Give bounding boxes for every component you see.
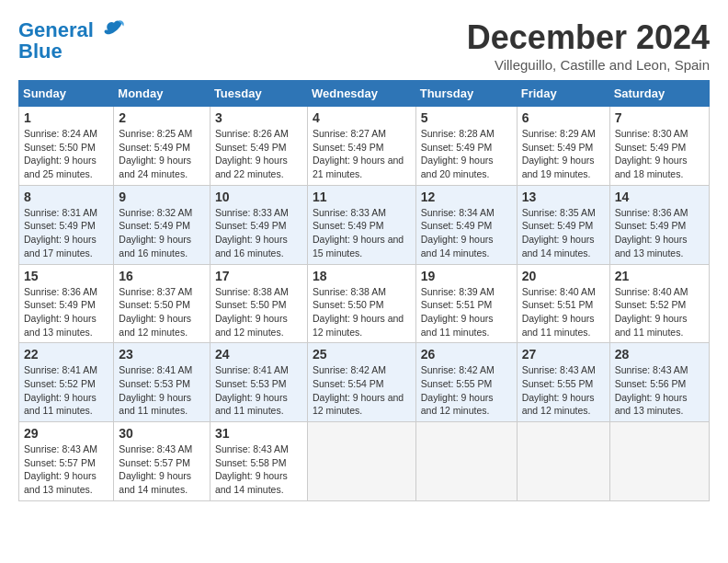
week-row-1: 1 Sunrise: 8:24 AMSunset: 5:50 PMDayligh…	[19, 107, 710, 186]
location-title: Villeguillo, Castille and Leon, Spain	[467, 57, 710, 73]
month-title: December 2024	[467, 18, 710, 57]
day-info: Sunrise: 8:28 AMSunset: 5:49 PMDaylight:…	[421, 128, 495, 179]
day-info: Sunrise: 8:40 AMSunset: 5:51 PMDaylight:…	[522, 286, 596, 338]
day-cell: 22 Sunrise: 8:41 AMSunset: 5:52 PMDaylig…	[19, 343, 114, 422]
day-number: 2	[119, 110, 205, 125]
col-sunday: Sunday	[19, 81, 114, 107]
col-friday: Friday	[517, 81, 609, 107]
day-number: 25	[313, 347, 411, 362]
day-cell: 30 Sunrise: 8:43 AMSunset: 5:57 PMDaylig…	[114, 422, 210, 501]
week-row-2: 8 Sunrise: 8:31 AMSunset: 5:49 PMDayligh…	[19, 185, 710, 264]
day-number: 10	[215, 190, 302, 204]
day-number: 13	[522, 190, 605, 204]
day-info: Sunrise: 8:25 AMSunset: 5:49 PMDaylight:…	[119, 128, 192, 179]
day-number: 19	[421, 269, 512, 283]
day-cell: 17 Sunrise: 8:38 AMSunset: 5:50 PMDaylig…	[210, 264, 307, 343]
day-cell: 11 Sunrise: 8:33 AMSunset: 5:49 PMDaylig…	[307, 185, 415, 264]
day-cell: 31 Sunrise: 8:43 AMSunset: 5:58 PMDaylig…	[210, 422, 307, 501]
logo-blue: Blue	[18, 40, 63, 63]
day-number: 6	[522, 110, 605, 125]
day-info: Sunrise: 8:31 AMSunset: 5:49 PMDaylight:…	[24, 207, 97, 259]
day-number: 20	[522, 269, 605, 283]
day-number: 15	[24, 269, 108, 283]
calendar-table: Sunday Monday Tuesday Wednesday Thursday…	[18, 80, 710, 501]
day-info: Sunrise: 8:26 AMSunset: 5:49 PMDaylight:…	[215, 128, 289, 179]
day-cell: 4 Sunrise: 8:27 AMSunset: 5:49 PMDayligh…	[307, 107, 415, 186]
day-cell	[609, 422, 709, 501]
day-cell: 23 Sunrise: 8:41 AMSunset: 5:53 PMDaylig…	[114, 343, 210, 422]
day-number: 23	[119, 347, 205, 362]
day-number: 26	[421, 347, 512, 362]
day-info: Sunrise: 8:43 AMSunset: 5:55 PMDaylight:…	[522, 364, 596, 416]
day-number: 18	[313, 269, 411, 283]
day-info: Sunrise: 8:41 AMSunset: 5:53 PMDaylight:…	[119, 364, 192, 416]
day-number: 30	[119, 426, 205, 441]
day-cell: 5 Sunrise: 8:28 AMSunset: 5:49 PMDayligh…	[415, 107, 517, 186]
day-cell: 28 Sunrise: 8:43 AMSunset: 5:56 PMDaylig…	[609, 343, 709, 422]
col-thursday: Thursday	[415, 81, 517, 107]
day-number: 29	[24, 426, 108, 441]
day-info: Sunrise: 8:36 AMSunset: 5:49 PMDaylight:…	[24, 286, 97, 338]
day-cell	[517, 422, 609, 501]
day-cell	[307, 422, 415, 501]
week-row-3: 15 Sunrise: 8:36 AMSunset: 5:49 PMDaylig…	[19, 264, 710, 343]
day-number: 17	[215, 269, 302, 283]
day-info: Sunrise: 8:30 AMSunset: 5:49 PMDaylight:…	[615, 128, 688, 179]
day-number: 22	[24, 347, 108, 362]
day-info: Sunrise: 8:40 AMSunset: 5:52 PMDaylight:…	[615, 286, 688, 338]
day-info: Sunrise: 8:34 AMSunset: 5:49 PMDaylight:…	[421, 207, 495, 259]
day-cell: 13 Sunrise: 8:35 AMSunset: 5:49 PMDaylig…	[517, 185, 609, 264]
day-number: 5	[421, 110, 512, 125]
day-cell: 8 Sunrise: 8:31 AMSunset: 5:49 PMDayligh…	[19, 185, 114, 264]
day-cell: 24 Sunrise: 8:41 AMSunset: 5:53 PMDaylig…	[210, 343, 307, 422]
day-cell: 18 Sunrise: 8:38 AMSunset: 5:50 PMDaylig…	[307, 264, 415, 343]
day-info: Sunrise: 8:39 AMSunset: 5:51 PMDaylight:…	[421, 286, 495, 338]
header-row: Sunday Monday Tuesday Wednesday Thursday…	[19, 81, 710, 107]
day-cell: 3 Sunrise: 8:26 AMSunset: 5:49 PMDayligh…	[210, 107, 307, 186]
day-number: 27	[522, 347, 605, 362]
day-info: Sunrise: 8:42 AMSunset: 5:55 PMDaylight:…	[421, 364, 495, 416]
week-row-4: 22 Sunrise: 8:41 AMSunset: 5:52 PMDaylig…	[19, 343, 710, 422]
day-info: Sunrise: 8:41 AMSunset: 5:52 PMDaylight:…	[24, 364, 97, 416]
day-info: Sunrise: 8:41 AMSunset: 5:53 PMDaylight:…	[215, 364, 289, 416]
day-number: 11	[313, 190, 411, 204]
day-cell: 14 Sunrise: 8:36 AMSunset: 5:49 PMDaylig…	[609, 185, 709, 264]
day-info: Sunrise: 8:43 AMSunset: 5:58 PMDaylight:…	[215, 443, 289, 495]
col-monday: Monday	[114, 81, 210, 107]
logo: General Blue	[18, 18, 127, 63]
day-info: Sunrise: 8:38 AMSunset: 5:50 PMDaylight:…	[313, 286, 404, 338]
day-info: Sunrise: 8:33 AMSunset: 5:49 PMDaylight:…	[313, 207, 404, 259]
day-cell: 19 Sunrise: 8:39 AMSunset: 5:51 PMDaylig…	[415, 264, 517, 343]
col-saturday: Saturday	[609, 81, 709, 107]
day-cell: 27 Sunrise: 8:43 AMSunset: 5:55 PMDaylig…	[517, 343, 609, 422]
day-cell: 20 Sunrise: 8:40 AMSunset: 5:51 PMDaylig…	[517, 264, 609, 343]
day-number: 9	[119, 190, 205, 204]
col-tuesday: Tuesday	[210, 81, 307, 107]
day-info: Sunrise: 8:43 AMSunset: 5:57 PMDaylight:…	[24, 443, 97, 495]
title-block: December 2024 Villeguillo, Castille and …	[467, 18, 710, 73]
day-number: 14	[615, 190, 704, 204]
logo-bird-icon	[101, 18, 127, 44]
day-cell: 2 Sunrise: 8:25 AMSunset: 5:49 PMDayligh…	[114, 107, 210, 186]
day-info: Sunrise: 8:36 AMSunset: 5:49 PMDaylight:…	[615, 207, 688, 259]
day-cell: 29 Sunrise: 8:43 AMSunset: 5:57 PMDaylig…	[19, 422, 114, 501]
day-number: 21	[615, 269, 704, 283]
week-row-5: 29 Sunrise: 8:43 AMSunset: 5:57 PMDaylig…	[19, 422, 710, 501]
day-number: 31	[215, 426, 302, 441]
day-number: 12	[421, 190, 512, 204]
day-info: Sunrise: 8:24 AMSunset: 5:50 PMDaylight:…	[24, 128, 97, 179]
col-wednesday: Wednesday	[307, 81, 415, 107]
day-cell: 1 Sunrise: 8:24 AMSunset: 5:50 PMDayligh…	[19, 107, 114, 186]
day-info: Sunrise: 8:35 AMSunset: 5:49 PMDaylight:…	[522, 207, 596, 259]
day-cell	[415, 422, 517, 501]
day-info: Sunrise: 8:37 AMSunset: 5:50 PMDaylight:…	[119, 286, 192, 338]
day-number: 4	[313, 110, 411, 125]
day-number: 7	[615, 110, 704, 125]
day-number: 28	[615, 347, 704, 362]
day-cell: 6 Sunrise: 8:29 AMSunset: 5:49 PMDayligh…	[517, 107, 609, 186]
day-number: 1	[24, 110, 108, 125]
day-number: 24	[215, 347, 302, 362]
day-cell: 15 Sunrise: 8:36 AMSunset: 5:49 PMDaylig…	[19, 264, 114, 343]
day-info: Sunrise: 8:32 AMSunset: 5:49 PMDaylight:…	[119, 207, 192, 259]
day-info: Sunrise: 8:43 AMSunset: 5:56 PMDaylight:…	[615, 364, 688, 416]
